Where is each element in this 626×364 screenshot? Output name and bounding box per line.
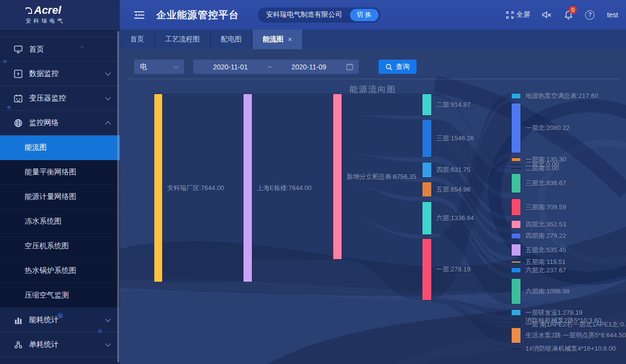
sankey-node[interactable] (422, 201, 432, 235)
sankey-node[interactable] (511, 158, 521, 162)
tab-energy-flow[interactable]: 能流图× (252, 30, 303, 49)
barchart-icon (13, 315, 23, 325)
sidebar-item-energy-balance-network[interactable]: 能量平衡网络图 (0, 160, 120, 185)
energy-type-select[interactable]: 电 (134, 60, 184, 74)
sankey-node[interactable] (422, 119, 432, 158)
sankey-node-label: 三层:1546.26 (436, 134, 474, 143)
transformer-icon (13, 94, 23, 103)
tab-label: 首页 (130, 35, 144, 44)
tab-label: 能流图 (263, 35, 283, 44)
sidebar-item-data-monitoring[interactable]: 数据监控 (0, 62, 120, 86)
switch-company-button[interactable]: 切 换 (350, 9, 379, 21)
sankey-node[interactable] (422, 162, 432, 178)
help-button[interactable]: ? (585, 10, 594, 20)
divider (127, 79, 620, 79)
sankey-node-label: 五层:654.96 (436, 185, 470, 194)
sankey-node[interactable] (333, 94, 342, 260)
sankey-node[interactable] (511, 164, 521, 165)
user-menu[interactable]: test (607, 11, 618, 19)
sankey-node-label: 新增分立柜总表:6756.35 (347, 172, 417, 181)
sankey-node[interactable] (511, 173, 521, 193)
sidebar-item-energy-consumption-stats[interactable]: 能耗统计 (0, 308, 120, 332)
sidebar-item-label: 能耗统计 (29, 315, 106, 325)
sankey-node-label: 一层 南1APE2右一层北1APE1左:0.4 (525, 320, 626, 329)
company-selector[interactable]: 安科瑞电气制造有限公司 切 换 (258, 7, 381, 23)
sankey-node[interactable] (511, 244, 521, 256)
sankey-node-label: 一层北:2080.22 (525, 124, 570, 132)
sankey-node[interactable] (422, 182, 432, 197)
sankey-node-label: 六层南:1098.98 (525, 287, 570, 296)
sankey-node[interactable] (511, 261, 521, 263)
sankey-node[interactable] (511, 233, 521, 239)
brand-subtext: 安科瑞电气 (26, 17, 120, 25)
end-date: 2020-11-09 (272, 63, 346, 71)
data-icon (13, 69, 23, 78)
sankey-node[interactable] (422, 94, 432, 116)
sankey-node[interactable] (511, 328, 521, 343)
sidebar-item-unit-consumption-stats[interactable]: 单耗统计 (0, 332, 120, 357)
sankey-node[interactable] (511, 199, 521, 216)
sidebar-menu: 首页数据监控变压器监控监控网络能流图能量平衡网络图能源计量网络图冻水系统图空压机… (0, 30, 120, 357)
sankey-node[interactable] (154, 94, 163, 282)
sankey-node[interactable] (511, 309, 521, 316)
sankey-node-label: 一层研发室1:278.19 (525, 308, 583, 317)
chevron-down-icon (173, 63, 178, 68)
sidebar-item-label: 首页 (29, 45, 110, 54)
brand-logo-icon (26, 7, 32, 14)
sankey-node-label: 生活水泵2路 一层弱点房5*6:644.50 (525, 331, 626, 340)
monitor-icon (13, 45, 23, 54)
tab-bar: 首页工艺流程图配电图能流图× (120, 30, 626, 49)
sankey-node[interactable] (511, 267, 521, 273)
sidebar-item-hot-water-boiler-system[interactable]: 热水锅炉系统图 (0, 259, 120, 283)
sidebar-item-energy-flow-diagram[interactable]: 能流图 (0, 135, 120, 160)
chart-title: 能源流向图 (120, 84, 626, 95)
sankey-node-label: 六层:1336.64 (436, 214, 474, 223)
sankey-node-label: 一层:278.19 (436, 265, 470, 274)
sidebar-item-compressed-air-monitoring[interactable]: 压缩空气监测 (0, 283, 120, 308)
sidebar-item-label: 单耗统计 (29, 340, 106, 349)
notifications-button[interactable]: 0 (564, 10, 573, 20)
sankey-node[interactable] (511, 220, 521, 229)
sidebar-item-chilled-water-system[interactable]: 冻水系统图 (0, 209, 120, 234)
tab-process-flow[interactable]: 工艺流程图 (155, 30, 210, 49)
sankey-node-label: 四层南:279.22 (525, 232, 566, 240)
chevron-down-icon (105, 341, 110, 346)
search-button[interactable]: 查询 (379, 60, 417, 74)
start-date: 2020-11-01 (193, 63, 268, 71)
sankey-node[interactable] (243, 94, 252, 282)
sankey-node-label: 六层北:237.67 (525, 266, 566, 275)
sidebar-item-label: 能流图 (25, 143, 47, 152)
notification-badge: 0 (569, 6, 577, 14)
fullscreen-button[interactable]: 全屏 (506, 10, 530, 19)
sankey-node-label: 1#消防喷淋机械泵4*16+10:8.00 (525, 344, 616, 353)
tab-home[interactable]: 首页 (120, 30, 155, 49)
mute-button[interactable] (542, 11, 552, 19)
tab-close-icon[interactable]: × (288, 35, 292, 43)
sidebar-item-label: 监控网络 (29, 118, 106, 128)
sankey-node-label: 五层北:535.45 (525, 246, 566, 255)
sidebar: Acrel 安科瑞电气 首页数据监控变压器监控监控网络能流图能量平衡网络图能源计… (0, 0, 120, 364)
sankey-node[interactable] (511, 320, 521, 321)
chevron-down-icon (105, 95, 110, 100)
brand-name: Acrel (34, 4, 61, 17)
sankey-node[interactable] (511, 103, 521, 153)
sidebar-item-energy-metering-network[interactable]: 能源计量网络图 (0, 185, 120, 209)
sankey-node-label: 安科瑞厂区:7644.00 (167, 184, 224, 193)
chevron-down-icon (105, 316, 110, 322)
date-range-picker[interactable]: 2020-11-01 ~ 2020-11-09 (193, 60, 359, 74)
sankey-node[interactable] (422, 238, 432, 300)
sankey-node[interactable] (511, 348, 521, 349)
menu-fold-icon[interactable] (134, 11, 145, 19)
sankey-node[interactable] (511, 278, 521, 304)
sankey-node-label: 三层南:709.59 (525, 203, 566, 212)
sidebar-item-transformer-monitoring[interactable]: 变压器监控 (0, 86, 120, 111)
sankey-node-label: 五层南:119.51 (525, 258, 565, 266)
tab-distribution-diagram[interactable]: 配电图 (210, 30, 252, 49)
sidebar-item-air-compressor-system[interactable]: 空压机系统图 (0, 234, 120, 259)
sankey-node[interactable] (511, 168, 521, 169)
sidebar-item-home[interactable]: 首页 (0, 37, 120, 62)
sankey-node[interactable] (511, 324, 521, 325)
sidebar-item-monitoring-network[interactable]: 监控网络 (0, 111, 120, 135)
chevron-up-icon (105, 121, 110, 127)
sankey-node-label: 四层:631.75 (436, 165, 470, 174)
